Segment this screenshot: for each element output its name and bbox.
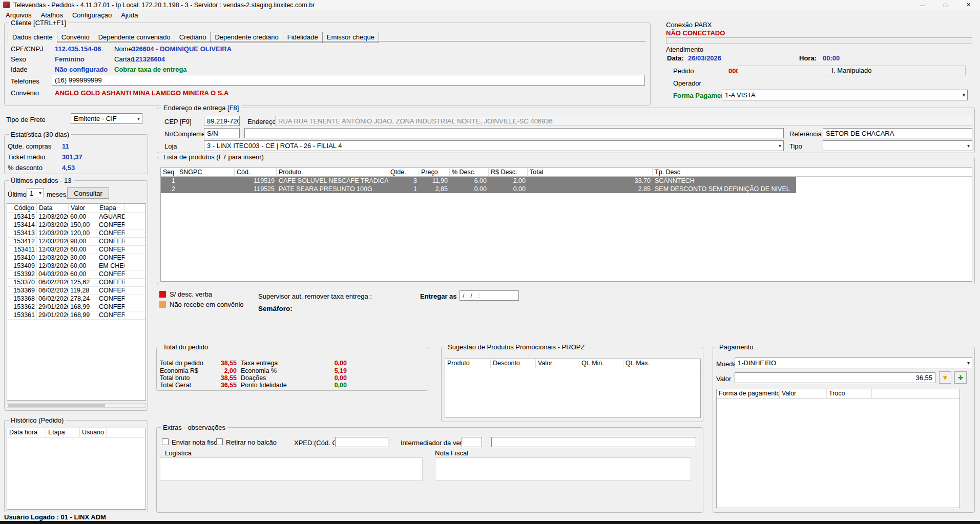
historico-header: Data horaEtapaUsuário (7, 428, 145, 437)
cpf-label: CPF/CNPJ (11, 45, 44, 53)
product-row[interactable]: 2119525PATE SEARA PRESUNTO 100G12,850.00… (161, 185, 972, 193)
column-header[interactable]: Produto (445, 359, 491, 368)
order-row[interactable]: 15341312/03/2026 ...120,00CONFERID (7, 229, 145, 238)
column-header[interactable]: Troco (827, 389, 872, 398)
logged-user-text: Usuário Logado : 01 - LINX ADM (4, 513, 106, 521)
add-payment-button[interactable]: ✚ (954, 371, 967, 384)
column-header[interactable]: Desconto (491, 359, 536, 368)
frete-select[interactable]: Emitente - CIF ▾ (71, 113, 142, 124)
column-header[interactable]: Qt. Max. (623, 359, 700, 368)
column-header[interactable]: Código (7, 204, 37, 213)
column-header[interactable]: Produto (277, 168, 388, 176)
column-header[interactable]: R$ Desc. (489, 168, 528, 176)
retirar-no-balcao-label: Retirar no balcão (226, 438, 277, 446)
tipo-select[interactable]: ▾ (823, 140, 972, 151)
cep-input[interactable]: 89.219-720 (204, 116, 240, 126)
totals-group: Total do pedido Total do pedido38,55Taxa… (156, 347, 428, 391)
order-row[interactable]: 15341212/03/2026 ...90,00CONFERID (7, 238, 145, 246)
forma-pagamento-select[interactable]: 1-A VISTA ▾ (722, 90, 968, 100)
tab[interactable]: Dados cliente (8, 31, 57, 43)
column-header[interactable]: Qtde. (388, 168, 419, 176)
meses-value: 1 (30, 190, 33, 197)
titlebar: Televendas - Pedidos - 4.11.37.01 - Ip L… (0, 0, 980, 10)
idade-value: Não configurado (55, 66, 108, 73)
order-row[interactable]: 15337006/02/2026 ...125,62CONFERID (7, 279, 145, 287)
order-row[interactable]: 15341512/03/2026 ...60,00AGUARDA (7, 213, 145, 221)
enviar-nota-fiscal-checkbox[interactable] (162, 438, 169, 445)
retirar-no-balcao-checkbox[interactable] (216, 438, 223, 445)
moeda-select[interactable]: 1-DINHEIRO ▾ (735, 358, 972, 368)
entregar-as-input[interactable]: / / : (460, 290, 519, 301)
scrollbar-thumb[interactable] (8, 404, 105, 407)
valor-input[interactable]: 36,55 (735, 372, 935, 383)
column-header[interactable]: SNGPC (177, 168, 235, 176)
column-header[interactable]: Total (528, 168, 653, 176)
order-row[interactable]: 15336229/01/2026 ...168,99CONFERID (7, 303, 145, 311)
intermediador-nome-input[interactable] (491, 437, 696, 447)
confirm-value-button[interactable]: ▼ (939, 371, 951, 384)
loja-select[interactable]: 3 - LINX ITEC003 - CE | ROTA - 26 - FILI… (204, 140, 784, 151)
numero-input[interactable]: S/N (204, 128, 240, 138)
referencia-input[interactable]: SETOR DE CHACARA (823, 128, 972, 138)
column-header[interactable]: Valor (780, 389, 827, 398)
telefone-input[interactable]: (16) 999999999 (52, 75, 645, 86)
order-row[interactable]: 15341112/03/2026 ...60,00CONFERID (7, 246, 145, 254)
ultimos-body: 15341512/03/2026 ...60,00AGUARDA15341412… (7, 213, 145, 400)
order-row[interactable]: 15341012/03/2026 ...30,00CONFERID (7, 254, 145, 262)
order-row[interactable]: 15336806/02/2026 ...278,24CONFERID (7, 295, 145, 303)
convenio-value: ANGLO GOLD ASHANTI MINA LAMEGO MINERA O … (55, 89, 228, 97)
column-header[interactable]: Valor (69, 204, 97, 213)
consultar-button[interactable]: Consultar (67, 187, 109, 199)
client-group: Cliente [CTRL+F1] Dados clienteConvênioD… (4, 23, 651, 106)
semaforo-label: Semáforo: (258, 305, 293, 312)
complemento-input[interactable] (244, 128, 784, 138)
total-row: Total bruto38,55Doações0,00 (160, 374, 425, 382)
stat-row: Ticket médio301,37 (8, 152, 145, 162)
column-header[interactable]: Tp. Desc (653, 168, 972, 176)
order-row[interactable]: 15336906/02/2026 ...119,28CONFERID (7, 287, 145, 295)
menu-item[interactable]: Atalhos (36, 11, 68, 19)
column-header[interactable]: Cód. (235, 168, 277, 176)
telefones-label: Telefones (11, 77, 39, 85)
horizontal-scrollbar[interactable] (7, 403, 146, 408)
menu-item[interactable]: Arquivos (1, 11, 36, 19)
menu-item[interactable]: Ajuda (116, 11, 142, 19)
totals-rows: Total do pedido38,55Taxa entrega0,00Econ… (160, 360, 425, 389)
column-header[interactable]: Seq (161, 168, 177, 176)
maximize-button[interactable]: □ (934, 0, 957, 10)
stat-row: % desconto4,53 (8, 162, 145, 173)
stats-group-label: Estatística (30 dias) (9, 131, 71, 138)
column-header[interactable]: Forma de pagamento (717, 389, 780, 398)
minimize-button[interactable]: — (911, 0, 934, 10)
taxa-entrega-flag: Cobrar taxa de entrega (114, 66, 187, 73)
logistica-textarea[interactable] (160, 457, 423, 480)
intermediador-codigo-input[interactable] (462, 437, 482, 447)
address-group-label: Endereço de entrega [F8] (161, 104, 241, 112)
history-group-label: Histórico (Pedido) (9, 416, 66, 424)
column-header[interactable]: Preço (419, 168, 450, 176)
total-row: Total do pedido38,55Taxa entrega0,00 (160, 360, 425, 367)
column-header[interactable]: Etapa (97, 204, 125, 213)
order-row[interactable]: 15341412/03/2026 ...150,00CONFERID (7, 221, 145, 229)
window-title: Televendas - Pedidos - 4.11.37.01 - Ip L… (13, 2, 315, 9)
column-header[interactable]: Qt. Min. (579, 359, 623, 368)
order-row[interactable]: 15339204/03/2026 ...60,00CONFERID (7, 270, 145, 279)
close-button[interactable]: ✕ (957, 0, 980, 10)
column-header[interactable]: Usuário (80, 428, 107, 437)
column-header[interactable]: Etapa (46, 428, 80, 437)
menu-item[interactable]: Configuração (68, 11, 116, 19)
order-row[interactable]: 15340912/03/2026 ...60,00EM CHECK (7, 262, 145, 270)
legend-item: Não recebe em convênio (159, 299, 244, 309)
column-header[interactable]: % Desc. (450, 168, 489, 176)
xped-input[interactable] (335, 437, 388, 447)
loja-value: 3 - LINX ITEC003 - CE | ROTA - 26 - FILI… (207, 142, 342, 150)
product-row[interactable]: 1119519CAFE SOLUVEL NESCAFE TRADICAO REF… (161, 177, 972, 185)
order-row[interactable]: 15336129/01/2026 ...168,99CONFERID (7, 311, 145, 320)
column-header[interactable]: Data (37, 204, 69, 213)
meses-select[interactable]: 1 ▾ (27, 188, 44, 198)
nota-fiscal-textarea[interactable] (435, 457, 691, 480)
cpf-value: 112.435.154-06 (55, 45, 101, 53)
products-header: SeqSNGPCCód.ProdutoQtde.Preço% Desc.R$ D… (161, 168, 972, 177)
column-header[interactable]: Valor (536, 359, 579, 368)
column-header[interactable]: Data hora (7, 428, 46, 437)
